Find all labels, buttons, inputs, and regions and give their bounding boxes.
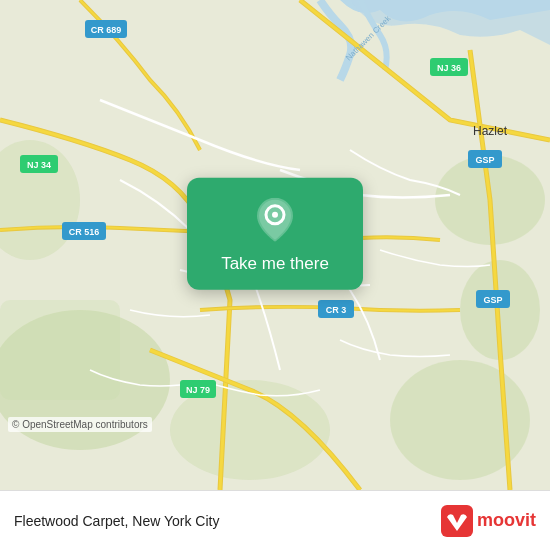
svg-rect-30 bbox=[441, 505, 473, 537]
svg-text:CR 516: CR 516 bbox=[69, 227, 100, 237]
footer: Fleetwood Carpet, New York City moovit bbox=[0, 490, 550, 550]
pin-icon-wrapper bbox=[251, 196, 299, 244]
svg-rect-5 bbox=[0, 300, 120, 400]
copyright-bar: © OpenStreetMap contributors bbox=[8, 417, 152, 432]
svg-text:Hazlet: Hazlet bbox=[473, 124, 508, 138]
take-me-there-label: Take me there bbox=[221, 254, 329, 274]
location-card[interactable]: Take me there bbox=[187, 178, 363, 290]
moovit-logo[interactable]: moovit bbox=[441, 505, 536, 537]
copyright-text: © OpenStreetMap contributors bbox=[12, 419, 148, 430]
svg-text:CR 689: CR 689 bbox=[91, 25, 122, 35]
footer-title: Fleetwood Carpet, New York City bbox=[14, 513, 219, 529]
svg-text:GSP: GSP bbox=[475, 155, 494, 165]
svg-text:GSP: GSP bbox=[483, 295, 502, 305]
svg-point-29 bbox=[272, 212, 278, 218]
moovit-logo-icon bbox=[441, 505, 473, 537]
map-container: NJ 34 NJ 36 CR 516 516 CR 3 NJ 79 GSP GS… bbox=[0, 0, 550, 490]
location-pin-icon bbox=[257, 198, 293, 242]
svg-text:NJ 34: NJ 34 bbox=[27, 160, 51, 170]
svg-text:NJ 36: NJ 36 bbox=[437, 63, 461, 73]
svg-text:CR 3: CR 3 bbox=[326, 305, 347, 315]
svg-text:NJ 79: NJ 79 bbox=[186, 385, 210, 395]
moovit-text: moovit bbox=[477, 510, 536, 531]
